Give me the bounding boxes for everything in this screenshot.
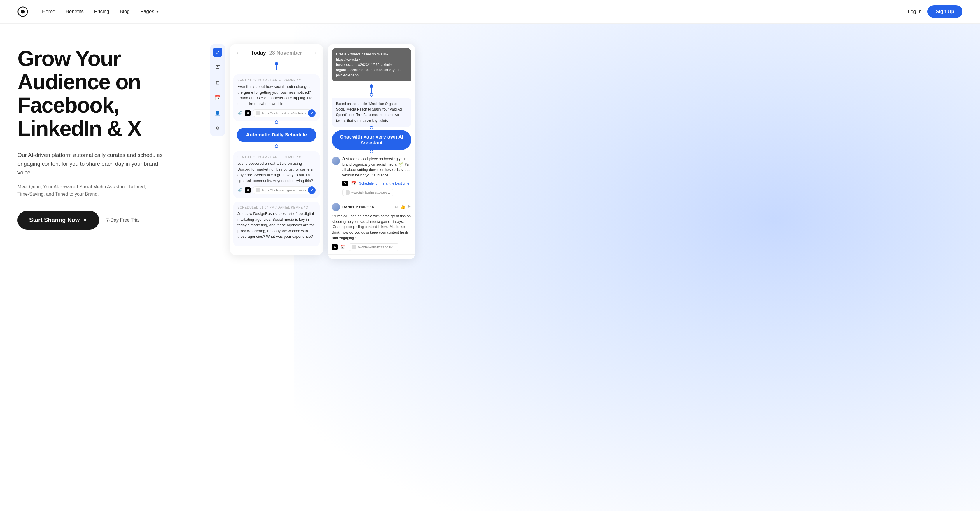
start-sharing-label: Start Sharing Now: [29, 217, 80, 223]
item-text-2: Just discovered a neat article on using …: [237, 161, 316, 183]
next-arrow[interactable]: →: [312, 50, 317, 56]
nav-pages-dropdown[interactable]: Pages: [140, 9, 159, 14]
nav-actions: Log In Sign Up: [908, 5, 963, 18]
signup-button[interactable]: Sign Up: [928, 5, 963, 18]
hero-section: Grow Your Audience on Facebook, LinkedIn…: [0, 24, 980, 511]
x-post-icon: 𝕏: [332, 244, 338, 250]
ai-inline-post: Just read a cool piece on boosting your …: [328, 152, 415, 199]
sidebar-gear-icon[interactable]: ⚙: [213, 123, 222, 133]
connector-line: [276, 65, 277, 70]
nav-pricing[interactable]: Pricing: [94, 9, 110, 14]
schedule-header: ← Today 23 November →: [230, 44, 323, 61]
hero-left: Grow Your Audience on Facebook, LinkedIn…: [18, 41, 198, 229]
schedule-link[interactable]: Schedule for me at the best time: [359, 181, 409, 186]
ai-title-connector: Chat with your very own AI Assistant: [328, 130, 415, 150]
favicon-inline: [346, 191, 350, 194]
link-icon: 🔗: [237, 111, 242, 116]
url-badge-inline: www.talk-business.co.uk/...: [342, 189, 411, 196]
nav-benefits[interactable]: Benefits: [65, 9, 83, 14]
schedule-items: SENT AT 09:19 AM / DANIEL KEMPE / X Ever…: [230, 70, 323, 250]
hero-headline: Grow Your Audience on Facebook, LinkedIn…: [18, 47, 198, 140]
author-avatar: [332, 203, 340, 211]
schedule-item-3: SCHEDULED 01:07 PM / DANIEL KEMPE / X Ju…: [233, 202, 320, 247]
url-badge-2[interactable]: https://thebossmagazine.com/le...: [253, 186, 311, 194]
navbar: Home Benefits Pricing Blog Pages Log In …: [0, 0, 980, 24]
ai-post-author: DANIEL KEMPE / X: [332, 203, 374, 211]
avatar-inline: [332, 157, 340, 165]
favicon: [256, 111, 260, 115]
hero-cta-row: Start Sharing Now ✦ 7-Day Free Trial: [18, 211, 198, 229]
bubble-dot-bottom: [275, 144, 278, 148]
author-name: DANIEL KEMPE / X: [342, 205, 374, 209]
trial-text: 7-Day Free Trial: [106, 218, 140, 223]
url-badge-post[interactable]: www.talk-business.co.uk/...: [348, 243, 399, 251]
item-meta-2: SENT AT 09:19 AM / DANIEL KEMPE / X: [237, 156, 316, 159]
auto-schedule-connector: Automatic Daily Schedule: [233, 126, 320, 144]
hero-right: ⤢ 🖼 ⊞ 📅 👤 ⚙ ← Today 23 November →: [198, 41, 963, 259]
ai-connector-top: [328, 84, 415, 97]
ai-post-icons: 𝕏 📅 www.talk-business.co.uk/...: [332, 243, 411, 251]
url-badge-1[interactable]: https://techreport.com/statistics...: [253, 109, 311, 117]
connector-dot-top: [275, 62, 278, 65]
login-button[interactable]: Log In: [908, 9, 922, 14]
ai-panel: Create 2 tweets based on this link: http…: [328, 44, 415, 259]
favicon-post: [352, 245, 356, 249]
copy-icon[interactable]: ⧉: [395, 204, 398, 209]
schedule-item-2: SENT AT 09:19 AM / DANIEL KEMPE / X Just…: [233, 151, 320, 198]
favicon-2: [256, 188, 260, 192]
ai-inline-text: Just read a cool piece on boosting your …: [342, 156, 411, 178]
sidebar-grid-icon[interactable]: ⊞: [213, 78, 222, 87]
cal-inline-icon: 📅: [351, 181, 356, 186]
x-inline-icon: 𝕏: [342, 180, 348, 186]
auto-schedule-bubble: Automatic Daily Schedule: [237, 128, 316, 142]
ai-title-bubble: Chat with your very own AI Assistant: [332, 130, 411, 150]
flag-icon[interactable]: ⚑: [407, 204, 411, 209]
nav-links: Home Benefits Pricing Blog Pages: [42, 9, 908, 14]
sidebar-calendar-icon[interactable]: 📅: [213, 93, 222, 102]
schedule-panel: ← Today 23 November → SENT AT 09:19 AM /…: [230, 44, 323, 255]
link-icon-2: 🔗: [237, 188, 242, 193]
thumb-icon[interactable]: 👍: [400, 204, 405, 209]
dashboard-sidebar: ⤢ 🖼 ⊞ 📅 👤 ⚙: [210, 44, 225, 136]
ai-user-bubble: Create 2 tweets based on this link: http…: [332, 48, 411, 81]
ai-inline-icons: 𝕏 📅 Schedule for me at the best time: [342, 180, 411, 186]
item-footer-1: 🔗 𝕏 https://techreport.com/statistics...: [237, 109, 316, 117]
nav-blog[interactable]: Blog: [120, 9, 130, 14]
item-meta-3: SCHEDULED 01:07 PM / DANIEL KEMPE / X: [237, 205, 316, 209]
schedule-item: SENT AT 09:19 AM / DANIEL KEMPE / X Ever…: [233, 74, 320, 121]
check-circle-2: ✓: [308, 186, 316, 194]
svg-point-1: [21, 10, 25, 14]
item-meta-1: SENT AT 09:19 AM / DANIEL KEMPE / X: [237, 78, 316, 82]
hero-tagline: Meet Quuu, Your AI-Powered Social Media …: [18, 183, 158, 198]
ai-post-actions[interactable]: ⧉ 👍 ⚑: [395, 204, 411, 209]
ai-post-text: Stumbled upon an article with some great…: [332, 213, 411, 241]
sidebar-expand-icon[interactable]: ⤢: [213, 48, 222, 57]
hero-subtext: Our AI-driven platform automatically cur…: [18, 151, 169, 177]
sparkle-icon: ✦: [83, 217, 88, 224]
sidebar-person-icon[interactable]: 👤: [213, 108, 222, 118]
cal-post-icon: 📅: [340, 245, 346, 249]
logo[interactable]: [18, 6, 28, 17]
x-social-icon-2: 𝕏: [245, 187, 251, 193]
bubble-dot-top: [275, 121, 278, 124]
chevron-down-icon: [156, 11, 159, 13]
prev-arrow[interactable]: ←: [235, 50, 241, 56]
ai-reply-bubble: Based on the article "Maximise Organic S…: [332, 98, 411, 127]
start-sharing-button[interactable]: Start Sharing Now ✦: [18, 211, 99, 229]
ai-post-meta: DANIEL KEMPE / X ⧉ 👍 ⚑: [332, 203, 411, 211]
check-circle-1: ✓: [308, 109, 316, 117]
ai-author-post: DANIEL KEMPE / X ⧉ 👍 ⚑ Stumbled upon an …: [328, 199, 415, 255]
item-text-1: Ever think about how social media change…: [237, 84, 316, 107]
item-footer-2: 🔗 𝕏 https://thebossmagazine.com/le...: [237, 186, 316, 194]
item-text-3: Just saw DesignRush's latest list of top…: [237, 211, 316, 239]
sidebar-image-icon[interactable]: 🖼: [213, 63, 222, 72]
x-social-icon: 𝕏: [245, 110, 251, 116]
schedule-date: Today 23 November: [251, 50, 302, 56]
nav-home[interactable]: Home: [42, 9, 55, 14]
